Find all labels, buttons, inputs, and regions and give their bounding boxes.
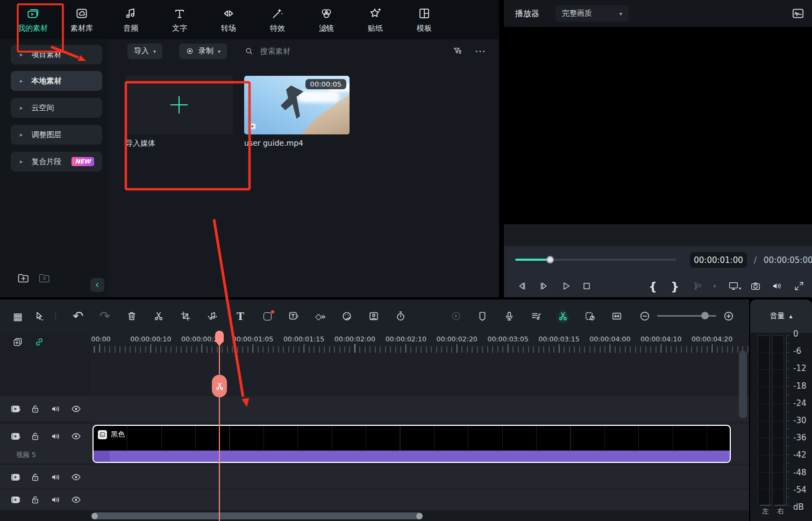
zoom-in-button[interactable] (720, 308, 737, 325)
import-button[interactable]: 导入 ▾ (127, 44, 162, 59)
crop-icon (180, 310, 191, 322)
seek-slider-thumb[interactable] (546, 256, 554, 263)
vertical-scrollbar[interactable] (739, 351, 747, 418)
keyframe-button[interactable]: ◇» (311, 308, 329, 325)
horizontal-scrollbar[interactable] (91, 512, 423, 519)
volume-panel-title: 音量 (770, 311, 785, 321)
tab-transitions[interactable]: 转场 (213, 6, 244, 33)
text-tool-button[interactable]: T (232, 308, 249, 325)
next-frame-button[interactable] (536, 277, 553, 295)
add-track-button[interactable] (10, 334, 25, 349)
volume-button[interactable] (768, 277, 786, 295)
split-button[interactable] (554, 308, 572, 325)
eye-icon[interactable] (70, 472, 82, 483)
link-icon (34, 337, 45, 347)
speaker-icon[interactable] (50, 403, 61, 415)
lock-icon[interactable] (30, 494, 41, 505)
eye-icon[interactable] (70, 403, 82, 415)
mark-in-brace: { (649, 280, 657, 293)
previous-frame-button[interactable] (513, 277, 530, 295)
redo-icon: ↷ (99, 309, 110, 324)
render-preview-button[interactable] (447, 308, 465, 325)
collapse-sidebar-button[interactable] (90, 278, 104, 292)
filter-funnel-icon[interactable] (452, 46, 463, 56)
notification-dot (271, 310, 274, 313)
tab-text[interactable]: 文字 (165, 6, 195, 33)
display-device-button[interactable]: ▾ (725, 277, 742, 295)
sidebar-item-compound-clip[interactable]: ▸ 复合片段 NEW (11, 152, 102, 172)
mark-in-button[interactable]: { (644, 277, 661, 295)
marker-dropdown[interactable]: ▾ (706, 277, 723, 295)
tab-effects[interactable]: 特效 (262, 6, 293, 33)
mask-button[interactable] (259, 308, 276, 325)
beat-detect-button[interactable] (204, 308, 221, 325)
tab-my-media[interactable]: 我的素材 (18, 6, 48, 33)
stop-button[interactable] (578, 277, 595, 295)
quality-dropdown[interactable]: 完整画质 ▾ (555, 5, 629, 22)
sidebar-item-local-media[interactable]: ▸ 本地素材 (11, 71, 102, 91)
eye-icon[interactable] (70, 494, 82, 505)
speed-button[interactable] (392, 308, 409, 325)
search-input[interactable] (260, 47, 368, 55)
scopes-icon[interactable] (791, 6, 805, 20)
track-number: 4 (16, 473, 20, 481)
tab-filters[interactable]: 滤镜 (311, 6, 341, 33)
import-media-tile[interactable] (125, 75, 233, 134)
ruler-label: :00:00 (90, 335, 125, 343)
speech-to-text-button[interactable] (285, 308, 302, 325)
media-clip-thumbnail[interactable]: 00:00:05 (244, 76, 350, 134)
zoom-out-button[interactable] (636, 308, 653, 325)
tab-audio[interactable]: 音频 (116, 6, 146, 33)
timeline-zoom-slider[interactable] (657, 315, 716, 317)
playhead-handle[interactable] (215, 331, 224, 342)
delete-button[interactable] (123, 308, 140, 325)
speaker-icon[interactable] (50, 431, 61, 442)
eye-icon[interactable] (70, 431, 82, 442)
marker-button[interactable] (689, 277, 706, 295)
timeline-clip-black[interactable]: 黑色 (92, 425, 731, 463)
more-options-icon[interactable]: ⋯ (475, 45, 486, 58)
zoom-slider-thumb[interactable] (701, 312, 709, 319)
tab-library[interactable]: 素材库 (67, 6, 97, 33)
timeline-ruler[interactable]: :00:0000:00:00:1000:00:00:2000:00:01:050… (90, 333, 749, 353)
snapshot-button[interactable] (747, 277, 764, 295)
palette-icon (341, 310, 353, 322)
seek-slider[interactable] (515, 259, 676, 261)
select-tool-button[interactable] (31, 308, 48, 325)
marker-button[interactable] (474, 308, 491, 325)
new-folder-icon[interactable] (17, 272, 30, 284)
playhead-split-button[interactable] (212, 375, 227, 397)
fit-timeline-button[interactable] (608, 308, 625, 325)
media-manage-button[interactable]: ▦ (9, 308, 26, 325)
freeze-frame-button[interactable] (581, 308, 599, 325)
fullscreen-button[interactable] (790, 277, 808, 295)
video-preview[interactable] (504, 27, 812, 224)
lock-icon[interactable] (30, 431, 41, 442)
crop-button[interactable] (177, 308, 194, 325)
undo-button[interactable]: ↶ (69, 308, 87, 325)
record-button[interactable]: 录制 ▾ (179, 44, 227, 59)
sidebar-item-adjustment-layer[interactable]: ▸ 调整图层 (11, 125, 102, 145)
play-button[interactable] (557, 277, 574, 295)
tab-stickers[interactable]: 贴纸 (360, 6, 390, 33)
speaker-icon[interactable] (50, 472, 61, 483)
lock-icon[interactable] (30, 472, 41, 483)
sidebar-item-project-media[interactable]: ▸ 项目素材 (11, 45, 102, 65)
total-timecode: 00:00:05:00 (764, 255, 812, 265)
audio-mixer-button[interactable] (528, 308, 545, 325)
tab-label: 我的素材 (18, 24, 48, 33)
auto-ripple-link-button[interactable] (32, 334, 47, 349)
delete-folder-icon[interactable] (38, 272, 51, 284)
mark-out-button[interactable]: } (666, 277, 683, 295)
portrait-cutout-button[interactable] (365, 308, 382, 325)
voiceover-button[interactable] (501, 308, 518, 325)
sidebar-item-cloud[interactable]: ▸ 云空间 (11, 98, 102, 118)
volume-panel-tab[interactable]: 音量 ▲ (750, 299, 812, 333)
cut-button[interactable] (150, 308, 167, 325)
volume-meter-panel: 0-6-12-18-24-30-36-42-48-54dB 左 右 (750, 333, 812, 521)
color-button[interactable] (338, 308, 355, 325)
speaker-icon[interactable] (50, 494, 61, 505)
redo-button[interactable]: ↷ (96, 308, 113, 325)
tab-templates[interactable]: 模板 (409, 6, 439, 33)
lock-icon[interactable] (30, 403, 41, 415)
